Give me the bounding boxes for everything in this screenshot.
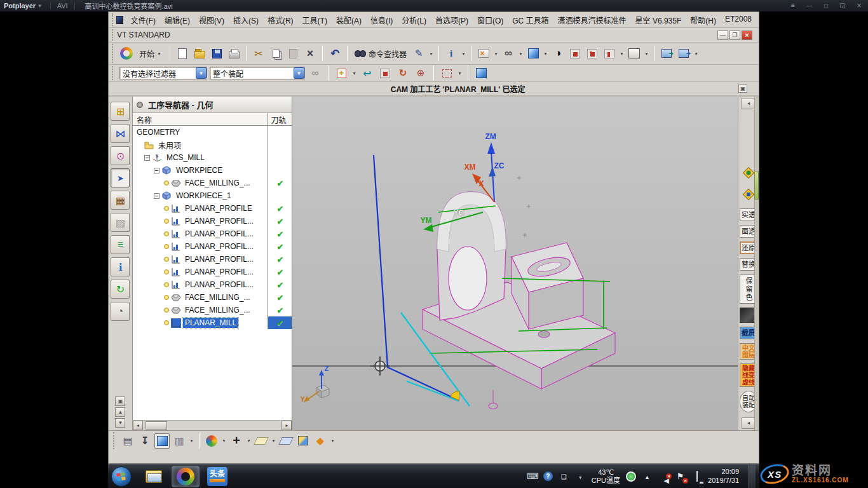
chevron-down-icon[interactable] bbox=[351, 65, 357, 81]
tree-row[interactable]: GEOMETRY bbox=[133, 126, 292, 139]
delete-button[interactable] bbox=[302, 46, 318, 61]
taskbar-explorer-button[interactable] bbox=[140, 466, 168, 487]
menu-item[interactable]: 信息(I) bbox=[366, 13, 397, 27]
minimize-icon[interactable] bbox=[804, 1, 815, 10]
navigator-column-header[interactable]: 名称 刀轨 bbox=[133, 113, 292, 126]
menu-item[interactable]: ET2008 bbox=[721, 13, 756, 27]
menu-item[interactable]: 文件(F) bbox=[126, 13, 160, 27]
toolbar-grip[interactable] bbox=[112, 66, 115, 80]
scroll-thumb[interactable] bbox=[146, 421, 167, 430]
chevron-down-icon[interactable] bbox=[461, 46, 466, 61]
chevron-down-icon[interactable] bbox=[619, 46, 625, 61]
scroll-right-icon[interactable] bbox=[281, 421, 292, 430]
tree-row[interactable]: FACE_MILLING_...✔ bbox=[133, 177, 292, 189]
toolbar-grip[interactable] bbox=[112, 13, 114, 26]
restore-icon[interactable] bbox=[729, 30, 740, 40]
chevron-down-icon[interactable] bbox=[457, 65, 463, 81]
create-program-button[interactable] bbox=[120, 433, 135, 449]
chevron-down-icon[interactable] bbox=[156, 46, 162, 61]
immediate-hide-button[interactable] bbox=[585, 46, 600, 61]
scroll-thumb[interactable] bbox=[754, 172, 759, 200]
scroll-up-icon[interactable] bbox=[115, 407, 125, 417]
taskbar-toutiao-button[interactable]: 头条 bbox=[203, 466, 231, 487]
wireframe-select-button[interactable] bbox=[377, 65, 393, 81]
chevron-down-icon[interactable] bbox=[428, 46, 434, 61]
menu-item[interactable]: 首选项(P) bbox=[431, 13, 473, 27]
tree-row[interactable]: FACE_MILLING_...✔ bbox=[133, 291, 292, 304]
close-icon[interactable] bbox=[854, 1, 864, 10]
tray-clock[interactable]: 20:09 2019/7/31 bbox=[708, 468, 739, 484]
process-assistant-icon[interactable] bbox=[111, 213, 130, 232]
machine-tool-navigator-icon[interactable] bbox=[111, 191, 130, 210]
edit-object-display-button[interactable] bbox=[627, 46, 642, 61]
start-button[interactable] bbox=[111, 466, 132, 487]
toolbar-grip[interactable] bbox=[113, 432, 116, 449]
viewport-canvas[interactable] bbox=[292, 97, 738, 430]
selection-scope-dropdown[interactable]: 整个装配 bbox=[210, 67, 305, 79]
snap-handle-button[interactable] bbox=[413, 65, 428, 81]
bounded-plane-button[interactable] bbox=[278, 433, 294, 449]
chevron-down-icon[interactable] bbox=[330, 433, 336, 449]
show-hide-button[interactable] bbox=[567, 46, 583, 61]
constraint-navigator-icon[interactable] bbox=[111, 124, 130, 143]
network-icon[interactable] bbox=[691, 471, 702, 481]
expander-icon[interactable] bbox=[154, 193, 159, 199]
paste-button[interactable] bbox=[285, 46, 301, 61]
save-button[interactable] bbox=[209, 46, 224, 61]
chevron-down-icon[interactable] bbox=[543, 46, 548, 61]
new-file-button[interactable] bbox=[175, 46, 190, 61]
cut-button[interactable] bbox=[251, 46, 266, 61]
tree-row[interactable]: MCS_MILL bbox=[133, 151, 292, 164]
taskbar-nx-button[interactable] bbox=[172, 466, 200, 487]
nx-logo-icon[interactable] bbox=[119, 46, 134, 61]
chevron-down-icon[interactable] bbox=[196, 67, 207, 79]
chevron-down-icon[interactable] bbox=[518, 46, 524, 61]
create-method-button[interactable] bbox=[172, 433, 187, 449]
tree-row[interactable]: PLANAR_MILL✔ bbox=[133, 316, 292, 329]
menu-item[interactable]: 格式(R) bbox=[263, 13, 298, 27]
chevron-down-icon[interactable] bbox=[271, 433, 276, 449]
expander-icon[interactable] bbox=[144, 155, 150, 161]
bulb-icon[interactable] bbox=[164, 320, 169, 325]
create-tool-button[interactable] bbox=[137, 433, 153, 449]
assembly-navigator-icon[interactable] bbox=[111, 102, 130, 121]
bulb-icon[interactable] bbox=[164, 282, 169, 287]
operation-navigator-icon[interactable] bbox=[111, 168, 130, 187]
history-icon[interactable] bbox=[111, 280, 130, 299]
collapse-left-icon[interactable] bbox=[742, 98, 756, 109]
tree-row[interactable]: PLANAR_PROFIL...✔ bbox=[133, 266, 292, 278]
selection-filter-dropdown[interactable]: 没有选择过滤器 bbox=[119, 67, 207, 79]
status-window-icon[interactable] bbox=[738, 85, 747, 93]
marquee-select-button[interactable] bbox=[439, 65, 454, 81]
chevron-down-icon[interactable] bbox=[294, 67, 304, 79]
menu-item[interactable]: 潇洒模具汽模标准件 bbox=[553, 13, 631, 27]
chevron-down-icon[interactable] bbox=[246, 433, 252, 449]
undo-button[interactable] bbox=[327, 46, 342, 61]
menu-item[interactable]: 帮助(H) bbox=[686, 13, 721, 27]
chevron-down-icon[interactable] bbox=[221, 433, 227, 449]
rotate-view-button[interactable] bbox=[395, 65, 410, 81]
player-brand[interactable]: Potplayer bbox=[4, 2, 36, 10]
true-shading-button[interactable] bbox=[501, 46, 516, 61]
bulb-icon[interactable] bbox=[164, 257, 169, 262]
quick-pick-button[interactable] bbox=[411, 46, 426, 61]
create-geometry-button[interactable] bbox=[154, 433, 170, 449]
tree-row[interactable]: WORKPIECE bbox=[133, 164, 292, 177]
start-menu-button[interactable]: 开始 bbox=[136, 44, 165, 62]
keyboard-icon[interactable] bbox=[527, 471, 538, 481]
snap-point-button[interactable] bbox=[334, 65, 349, 81]
print-button[interactable] bbox=[226, 46, 241, 61]
library-icon[interactable] bbox=[111, 235, 130, 254]
block-button[interactable] bbox=[295, 433, 311, 449]
scroll-end-icon[interactable] bbox=[115, 396, 125, 406]
scheduler-icon[interactable] bbox=[111, 302, 130, 321]
navigator-hscrollbar[interactable] bbox=[133, 420, 292, 430]
tree-row[interactable]: PLANAR_PROFIL...✔ bbox=[133, 253, 292, 266]
menu-item[interactable]: 星空 V6.935F bbox=[631, 13, 686, 27]
menu-item[interactable]: 分析(L) bbox=[397, 13, 431, 27]
tree-row[interactable]: PLANAR_PROFIL...✔ bbox=[133, 215, 292, 227]
command-finder-button[interactable]: 命令查找器 bbox=[352, 48, 409, 59]
open-file-button[interactable] bbox=[192, 46, 207, 61]
bulb-icon[interactable] bbox=[164, 295, 169, 300]
maximize-icon[interactable] bbox=[821, 1, 831, 10]
